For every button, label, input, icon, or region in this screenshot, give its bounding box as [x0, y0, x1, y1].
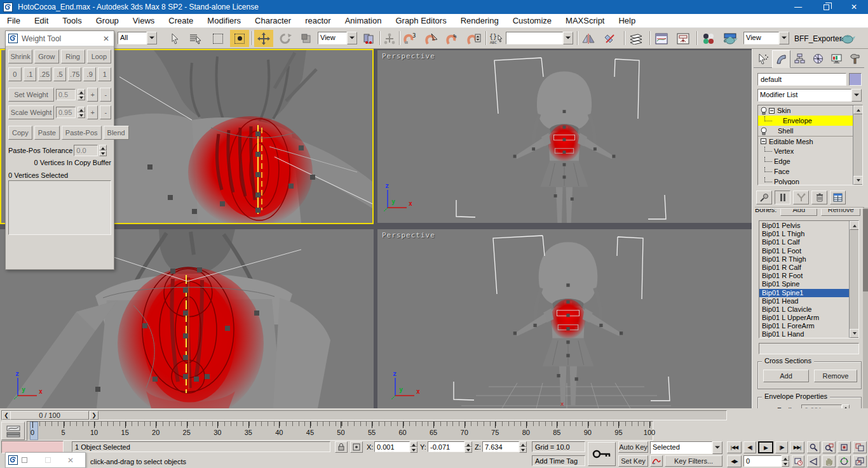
bone-list-item[interactable]: Bip01 L ForeArm [759, 322, 850, 330]
angle-snap-toggle-button[interactable] [423, 30, 441, 47]
y-spinner[interactable] [465, 441, 472, 453]
scroll-up-icon[interactable] [850, 221, 859, 230]
weight-plus-button[interactable]: + [87, 88, 98, 102]
scroll-up-icon[interactable] [853, 105, 863, 114]
curve-editor-button[interactable] [652, 30, 671, 47]
stack-item-edge[interactable]: Edge [758, 156, 862, 166]
add-bones-button[interactable]: Add [780, 209, 817, 216]
command-panel-scrollbar[interactable] [863, 208, 868, 439]
dropdown-arrow-icon[interactable] [563, 32, 573, 44]
zoom-all-button[interactable] [822, 441, 836, 453]
weight-preset-button[interactable]: .5 [53, 67, 67, 81]
stack-scrollbar[interactable] [853, 105, 862, 185]
spin-down-icon[interactable] [410, 447, 417, 453]
time-slider-track[interactable] [1, 410, 727, 420]
frame-spinner[interactable] [782, 455, 789, 467]
spin-up-icon[interactable] [410, 441, 417, 447]
spin-down-icon[interactable] [78, 95, 85, 100]
object-name-field[interactable]: default [757, 73, 846, 86]
viewport-bottom-right[interactable]: x Perspective [377, 229, 752, 408]
pan-view-button[interactable] [822, 455, 836, 467]
next-frame-button[interactable]: ||▶ [775, 441, 788, 453]
scroll-down-icon[interactable] [850, 329, 859, 338]
stack-item-shell[interactable]: Shell [758, 126, 862, 136]
zoom-button[interactable] [807, 441, 820, 453]
weight-preset-button[interactable]: .9 [83, 67, 97, 81]
weight-copy-button[interactable]: Blend [104, 126, 129, 140]
restore-button[interactable] [812, 0, 840, 14]
set-weight-field[interactable]: 0.5 [56, 89, 76, 100]
scale-plus-button[interactable]: + [87, 105, 98, 119]
close-button[interactable]: ✕ [840, 0, 868, 14]
spin-down-icon[interactable] [465, 447, 472, 453]
show-end-result-button[interactable] [775, 191, 790, 204]
quick-render-button[interactable] [837, 30, 858, 47]
collapse-icon[interactable] [761, 138, 766, 144]
weight-preset-button[interactable]: .25 [38, 67, 51, 81]
percent-snap-toggle-button[interactable]: % [445, 30, 461, 47]
weight-copy-button[interactable]: Paste-Pos [62, 126, 102, 140]
create-key-button[interactable] [588, 442, 616, 466]
dropdown-arrow-icon[interactable] [147, 32, 157, 44]
menu-item[interactable]: Modifiers [200, 14, 248, 28]
selection-lock-toggle[interactable] [335, 441, 348, 453]
scrollbar-thumb[interactable] [863, 209, 868, 291]
weight-tool-titlebar[interactable]: Weight Tool ✕ [6, 31, 114, 46]
menu-item[interactable]: Rendering [454, 14, 506, 28]
weight-edit-button[interactable]: Grow [34, 50, 58, 64]
selection-filter-dropdown[interactable]: All [118, 32, 157, 44]
remove-bones-button[interactable]: Remove [821, 209, 860, 216]
bone-list-item[interactable]: Bip01 L Thigh [759, 230, 850, 238]
viewport-label[interactable]: Perspective [382, 231, 435, 239]
modifier-list-dropdown[interactable]: Modifier List [757, 89, 862, 102]
select-and-rotate-button[interactable] [276, 30, 295, 47]
spin-down-icon[interactable] [78, 112, 85, 118]
x-coordinate-field[interactable]: 0.001 [374, 441, 410, 452]
bone-list-item[interactable]: Bip01 L Foot [759, 247, 850, 255]
menu-item[interactable]: Views [126, 14, 161, 28]
zoom-extents-all-button[interactable] [853, 441, 867, 453]
pin-stack-button[interactable] [756, 191, 772, 204]
bone-list-item[interactable]: Bip01 L Hand [759, 330, 850, 338]
spin-up-icon[interactable] [782, 455, 789, 461]
render-type-dropdown[interactable]: View [743, 32, 789, 44]
spin-up-icon[interactable] [99, 145, 107, 150]
configure-modifier-sets-button[interactable] [830, 191, 846, 204]
weight-preset-button[interactable]: .75 [68, 67, 81, 81]
previous-frame-button[interactable]: ◀|| [743, 441, 756, 453]
time-slider-prev-arrow[interactable]: ❮ [2, 411, 11, 420]
key-filters-curve-button[interactable] [650, 455, 663, 467]
scale-weight-button[interactable]: Scale Weight [8, 105, 54, 119]
object-color-swatch[interactable] [849, 73, 862, 86]
select-and-manipulate-button[interactable] [381, 30, 398, 47]
weight-preset-button[interactable]: 0 [8, 67, 22, 81]
collapse-icon[interactable] [769, 108, 775, 114]
bone-list-item[interactable]: Bip01 Spine1 [759, 289, 850, 297]
bone-list-item[interactable]: Bip01 R Foot [759, 272, 850, 280]
zoom-extents-button[interactable] [837, 441, 851, 453]
menu-item[interactable]: Help [611, 14, 642, 28]
rectangular-selection-region-button[interactable] [208, 30, 227, 47]
close-icon[interactable]: ✕ [98, 34, 114, 43]
remove-modifier-button[interactable] [811, 191, 827, 204]
bone-list-item[interactable]: Bip01 R Calf [759, 264, 850, 272]
mirror-button[interactable] [580, 30, 597, 47]
dropdown-arrow-icon[interactable] [712, 441, 722, 454]
menu-item[interactable]: File [0, 14, 27, 28]
min-max-toggle-button[interactable] [853, 455, 867, 467]
tab-display[interactable] [827, 50, 846, 68]
menu-item[interactable]: Customize [506, 14, 559, 28]
set-weight-button[interactable]: Set Weight [8, 88, 54, 102]
menu-item[interactable]: Character [248, 14, 298, 28]
menu-item[interactable]: Graph Editors [388, 14, 453, 28]
align-button[interactable] [601, 30, 619, 47]
tolerance-spinner[interactable] [99, 145, 107, 156]
window-crossing-toggle-button[interactable] [230, 30, 249, 47]
schematic-view-button[interactable] [674, 30, 693, 47]
edit-named-selections-button[interactable]: {}ABC [488, 30, 505, 47]
add-time-tag[interactable]: Add Time Tag [532, 455, 585, 466]
select-and-scale-button[interactable] [297, 30, 315, 47]
spin-down-icon[interactable] [519, 447, 527, 453]
time-configuration-button[interactable] [792, 455, 804, 467]
menu-item[interactable]: Group [89, 14, 126, 28]
